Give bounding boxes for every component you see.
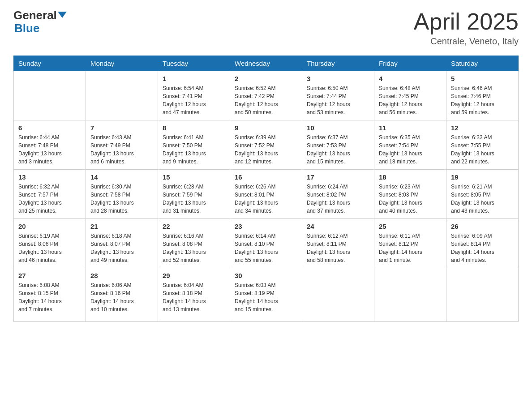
day-info: Sunrise: 6:14 AMSunset: 8:10 PMDaylight:…	[235, 232, 297, 264]
calendar-cell: 24Sunrise: 6:12 AMSunset: 8:11 PMDayligh…	[302, 219, 374, 268]
day-info: Sunrise: 6:43 AMSunset: 7:49 PMDaylight:…	[90, 133, 153, 166]
calendar-cell: 11Sunrise: 6:35 AMSunset: 7:54 PMDayligh…	[374, 120, 446, 170]
day-number: 25	[379, 223, 442, 230]
calendar-cell	[86, 71, 158, 120]
day-info: Sunrise: 6:37 AMSunset: 7:53 PMDaylight:…	[307, 133, 369, 166]
day-info: Sunrise: 6:28 AMSunset: 7:59 PMDaylight:…	[163, 183, 225, 215]
calendar-cell: 26Sunrise: 6:09 AMSunset: 8:14 PMDayligh…	[446, 219, 519, 268]
calendar-cell: 18Sunrise: 6:23 AMSunset: 8:03 PMDayligh…	[374, 170, 446, 219]
logo: General Blue	[13, 9, 67, 34]
day-number: 24	[307, 223, 369, 230]
day-number: 1	[163, 75, 225, 82]
day-info: Sunrise: 6:41 AMSunset: 7:50 PMDaylight:…	[163, 133, 225, 166]
calendar-cell: 28Sunrise: 6:06 AMSunset: 8:16 PMDayligh…	[86, 268, 158, 322]
day-info: Sunrise: 6:16 AMSunset: 8:08 PMDaylight:…	[163, 232, 225, 264]
weekday-header: Wednesday	[230, 56, 302, 71]
logo-blue: Blue	[14, 22, 67, 35]
day-number: 30	[235, 272, 297, 279]
calendar-cell: 29Sunrise: 6:04 AMSunset: 8:18 PMDayligh…	[158, 268, 230, 322]
logo-general: General	[13, 9, 67, 22]
day-number: 15	[163, 173, 225, 181]
calendar-week-row: 13Sunrise: 6:32 AMSunset: 7:57 PMDayligh…	[14, 170, 519, 219]
day-info: Sunrise: 6:03 AMSunset: 8:19 PMDaylight:…	[235, 281, 297, 313]
calendar-cell: 5Sunrise: 6:46 AMSunset: 7:46 PMDaylight…	[446, 71, 519, 120]
day-number: 6	[18, 124, 81, 132]
day-info: Sunrise: 6:46 AMSunset: 7:46 PMDaylight:…	[451, 84, 514, 116]
day-info: Sunrise: 6:12 AMSunset: 8:11 PMDaylight:…	[307, 232, 369, 264]
day-number: 22	[163, 223, 225, 230]
calendar-cell: 19Sunrise: 6:21 AMSunset: 8:05 PMDayligh…	[446, 170, 519, 219]
calendar-cell: 7Sunrise: 6:43 AMSunset: 7:49 PMDaylight…	[86, 120, 158, 170]
day-info: Sunrise: 6:26 AMSunset: 8:01 PMDaylight:…	[235, 183, 297, 215]
day-info: Sunrise: 6:54 AMSunset: 7:41 PMDaylight:…	[163, 84, 225, 116]
page-header: General Blue April 2025 Centrale, Veneto…	[13, 9, 519, 47]
calendar-cell: 20Sunrise: 6:19 AMSunset: 8:06 PMDayligh…	[14, 219, 86, 268]
day-info: Sunrise: 6:39 AMSunset: 7:52 PMDaylight:…	[235, 133, 297, 166]
calendar-cell: 16Sunrise: 6:26 AMSunset: 8:01 PMDayligh…	[230, 170, 302, 219]
day-info: Sunrise: 6:23 AMSunset: 8:03 PMDaylight:…	[379, 183, 442, 215]
calendar-cell: 8Sunrise: 6:41 AMSunset: 7:50 PMDaylight…	[158, 120, 230, 170]
calendar-subtitle: Centrale, Veneto, Italy	[414, 36, 519, 47]
day-number: 16	[235, 173, 297, 181]
calendar-cell: 27Sunrise: 6:08 AMSunset: 8:15 PMDayligh…	[14, 268, 86, 322]
calendar-table: SundayMondayTuesdayWednesdayThursdayFrid…	[13, 56, 519, 322]
day-info: Sunrise: 6:06 AMSunset: 8:16 PMDaylight:…	[90, 281, 153, 313]
day-info: Sunrise: 6:32 AMSunset: 7:57 PMDaylight:…	[18, 183, 81, 215]
weekday-header: Thursday	[302, 56, 374, 71]
calendar-cell: 13Sunrise: 6:32 AMSunset: 7:57 PMDayligh…	[14, 170, 86, 219]
day-info: Sunrise: 6:19 AMSunset: 8:06 PMDaylight:…	[18, 232, 81, 264]
day-info: Sunrise: 6:21 AMSunset: 8:05 PMDaylight:…	[451, 183, 514, 215]
day-info: Sunrise: 6:24 AMSunset: 8:02 PMDaylight:…	[307, 183, 369, 215]
day-number: 4	[379, 75, 442, 82]
day-info: Sunrise: 6:08 AMSunset: 8:15 PMDaylight:…	[18, 281, 81, 313]
calendar-title: April 2025	[414, 9, 519, 34]
calendar-cell: 2Sunrise: 6:52 AMSunset: 7:42 PMDaylight…	[230, 71, 302, 120]
calendar-cell: 25Sunrise: 6:11 AMSunset: 8:12 PMDayligh…	[374, 219, 446, 268]
day-number: 10	[307, 124, 369, 132]
day-number: 28	[90, 272, 153, 279]
title-block: April 2025 Centrale, Veneto, Italy	[414, 9, 519, 47]
weekday-header: Friday	[374, 56, 446, 71]
day-number: 12	[451, 124, 514, 132]
day-info: Sunrise: 6:48 AMSunset: 7:45 PMDaylight:…	[379, 84, 442, 116]
day-info: Sunrise: 6:04 AMSunset: 8:18 PMDaylight:…	[163, 281, 225, 313]
calendar-header: SundayMondayTuesdayWednesdayThursdayFrid…	[14, 56, 519, 71]
day-info: Sunrise: 6:50 AMSunset: 7:44 PMDaylight:…	[307, 84, 369, 116]
day-info: Sunrise: 6:44 AMSunset: 7:48 PMDaylight:…	[18, 133, 81, 166]
day-number: 29	[163, 272, 225, 279]
calendar-cell: 23Sunrise: 6:14 AMSunset: 8:10 PMDayligh…	[230, 219, 302, 268]
calendar-cell: 1Sunrise: 6:54 AMSunset: 7:41 PMDaylight…	[158, 71, 230, 120]
day-number: 5	[451, 75, 514, 82]
calendar-cell: 17Sunrise: 6:24 AMSunset: 8:02 PMDayligh…	[302, 170, 374, 219]
day-number: 9	[235, 124, 297, 132]
day-info: Sunrise: 6:35 AMSunset: 7:54 PMDaylight:…	[379, 133, 442, 166]
calendar-week-row: 6Sunrise: 6:44 AMSunset: 7:48 PMDaylight…	[14, 120, 519, 170]
day-number: 27	[18, 272, 81, 279]
calendar-cell	[302, 268, 374, 322]
calendar-week-row: 20Sunrise: 6:19 AMSunset: 8:06 PMDayligh…	[14, 219, 519, 268]
calendar-cell	[446, 268, 519, 322]
calendar-week-row: 1Sunrise: 6:54 AMSunset: 7:41 PMDaylight…	[14, 71, 519, 120]
calendar-cell	[374, 268, 446, 322]
calendar-cell: 3Sunrise: 6:50 AMSunset: 7:44 PMDaylight…	[302, 71, 374, 120]
day-number: 8	[163, 124, 225, 132]
calendar-cell: 21Sunrise: 6:18 AMSunset: 8:07 PMDayligh…	[86, 219, 158, 268]
day-info: Sunrise: 6:09 AMSunset: 8:14 PMDaylight:…	[451, 232, 514, 264]
calendar-cell: 9Sunrise: 6:39 AMSunset: 7:52 PMDaylight…	[230, 120, 302, 170]
calendar-cell	[14, 71, 86, 120]
weekday-header: Tuesday	[158, 56, 230, 71]
calendar-week-row: 27Sunrise: 6:08 AMSunset: 8:15 PMDayligh…	[14, 268, 519, 322]
calendar-cell: 6Sunrise: 6:44 AMSunset: 7:48 PMDaylight…	[14, 120, 86, 170]
calendar-cell: 10Sunrise: 6:37 AMSunset: 7:53 PMDayligh…	[302, 120, 374, 170]
calendar-cell: 30Sunrise: 6:03 AMSunset: 8:19 PMDayligh…	[230, 268, 302, 322]
day-number: 3	[307, 75, 369, 82]
calendar-cell: 15Sunrise: 6:28 AMSunset: 7:59 PMDayligh…	[158, 170, 230, 219]
calendar-cell: 4Sunrise: 6:48 AMSunset: 7:45 PMDaylight…	[374, 71, 446, 120]
day-number: 23	[235, 223, 297, 230]
weekday-header: Saturday	[446, 56, 519, 71]
day-info: Sunrise: 6:18 AMSunset: 8:07 PMDaylight:…	[90, 232, 153, 264]
day-info: Sunrise: 6:30 AMSunset: 7:58 PMDaylight:…	[90, 183, 153, 215]
logo-triangle-icon	[58, 12, 67, 18]
day-number: 20	[18, 223, 81, 230]
day-number: 21	[90, 223, 153, 230]
